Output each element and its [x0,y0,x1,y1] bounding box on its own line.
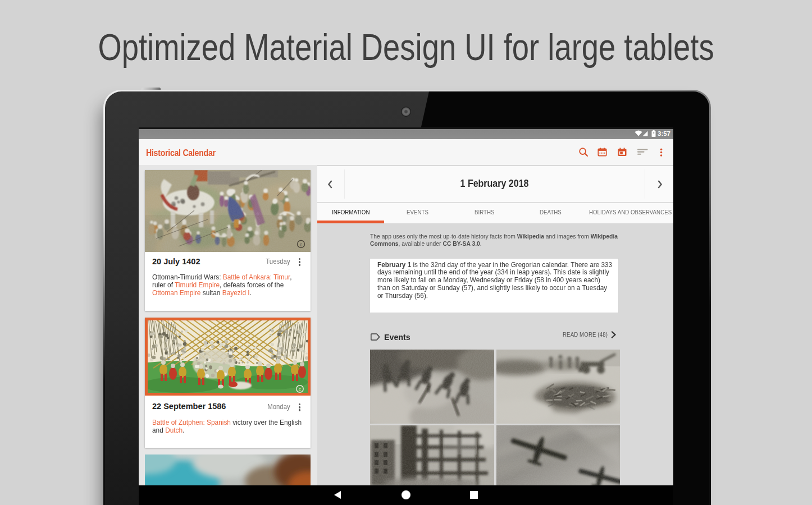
svg-text:c: c [300,242,303,247]
svg-text:c: c [299,387,302,392]
